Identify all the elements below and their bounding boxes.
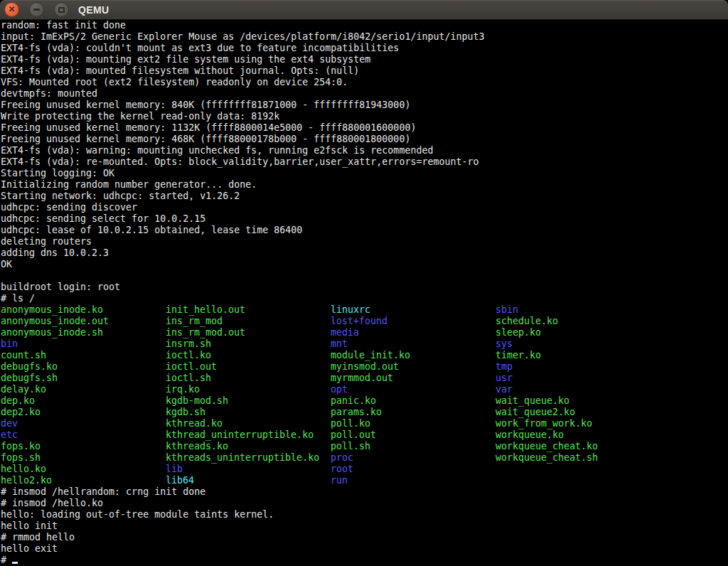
ls-entry: ioctl.out [166,361,331,373]
ls-entry: ioctl.sh [166,373,331,384]
terminal-line: Write protecting the kernel read-only da… [1,111,728,122]
ls-entry: timer.ko [496,350,598,361]
ls-entry: anonymous_inode.out [1,316,166,327]
terminal-line: Freeing unused kernel memory: 1132K (fff… [1,122,728,134]
ls-entry: kgdb.sh [166,407,331,418]
maximize-button[interactable] [54,2,69,17]
ls-entry: kthreads.ko [166,441,331,452]
ls-entry: init_hello.out [166,304,331,316]
ls-entry: bin [1,338,166,350]
ls-entry: poll.sh [331,441,496,452]
ls-entry: panic.ko [331,395,496,407]
ls-entry: linuxrc [331,304,496,316]
ls-entry: ins_rm_mod [166,316,331,327]
ls-column: init_hello.outins_rm_modins_rm_mod.outin… [166,304,331,486]
terminal-line: adding dns 10.0.2.3 [1,247,728,259]
terminal-line: Starting logging: OK [1,168,728,179]
terminal-line: Freeing unused kernel memory: 840K (ffff… [1,100,728,111]
terminal-line: # rmmod hello [1,532,728,543]
window-title: QEMU [78,5,109,15]
ls-entry: module_init.ko [331,350,496,361]
ls-entry: kgdb-mod.sh [166,395,331,407]
ls-entry: media [331,327,496,338]
ls-entry: ioctl.ko [166,350,331,361]
close-button[interactable]: ✕ [4,2,19,17]
ls-entry: debugfs.ko [1,361,166,373]
terminal-line: devtmpfs: mounted [1,88,728,100]
terminal-line: random: fast init done [1,20,728,31]
terminal-line: deleting routers [1,236,728,247]
ls-entry: run [331,475,496,486]
terminal-line: hello: loading out-of-tree module taints… [1,509,728,520]
ls-entry: count.sh [1,350,166,361]
terminal-cursor [12,562,18,564]
ls-entry: dev [1,418,166,429]
ls-entry: lost+found [331,316,496,327]
terminal-line: Freeing unused kernel memory: 468K (ffff… [1,134,728,145]
terminal-line: EXT4-fs (vda): mounted filesystem withou… [1,65,728,77]
ls-entry: irq.ko [166,384,331,395]
ls-entry: dep2.ko [1,407,166,418]
ls-entry: workqueue_cheat.ko [496,441,598,452]
terminal-line [1,270,728,282]
ls-entry: mnt [331,338,496,350]
ls-entry: lib64 [166,475,331,486]
terminal-screen[interactable]: random: fast init doneinput: ImExPS/2 Ge… [0,20,728,566]
terminal-line: udhcpc: lease of 10.0.2.15 obtained, lea… [1,225,728,236]
terminal-line: VFS: Mounted root (ext2 filesystem) read… [1,77,728,88]
ls-entry: anonymous_inode.sh [1,327,166,338]
ls-entry: fops.sh [1,452,166,464]
terminal-line: EXT4-fs (vda): warning: mounting uncheck… [1,145,728,156]
terminal-line: buildroot login: root [1,282,728,293]
ls-entry: tmp [496,361,598,373]
ls-entry: kthread_uninterruptible.ko [166,429,331,441]
ls-entry: sys [496,338,598,350]
terminal-line: # insmod /hellrandom: crng init done [1,486,728,498]
terminal-line: hello init [1,520,728,532]
ls-entry: dep.ko [1,395,166,407]
window-titlebar[interactable]: ✕ QEMU [0,0,728,20]
terminal-line: Initializing random number generator... … [1,179,728,191]
terminal-line: hello exit [1,543,728,555]
ls-column: linuxrclost+foundmediamntmodule_init.kom… [331,304,496,486]
ls-entry: myinsmod.out [331,361,496,373]
terminal-line: udhcpc: sending select for 10.0.2.15 [1,213,728,225]
ls-entry: sbin [496,304,598,316]
ls-entry: ins_rm_mod.out [166,327,331,338]
ls-entry: sleep.ko [496,327,598,338]
ls-entry: wait_queue2.ko [496,407,598,418]
minimize-button[interactable] [29,2,44,17]
ls-entry: usr [496,373,598,384]
ls-output: anonymous_inode.koanonymous_inode.outano… [1,304,728,486]
ls-entry: anonymous_inode.ko [1,304,166,316]
terminal-line: EXT4-fs (vda): re-mounted. Opts: block_v… [1,156,728,168]
terminal-line: EXT4-fs (vda): mounting ext2 file system… [1,54,728,65]
ls-entry: hello.ko [1,464,166,475]
ls-entry: work_from_work.ko [496,418,598,429]
maximize-icon [58,7,65,13]
terminal-line: # ls / [1,293,728,304]
ls-entry: delay.ko [1,384,166,395]
ls-column: anonymous_inode.koanonymous_inode.outano… [1,304,166,486]
ls-entry: var [496,384,598,395]
ls-entry: fops.ko [1,441,166,452]
shell-prompt: # [1,555,728,566]
terminal-line: input: ImExPS/2 Generic Explorer Mouse a… [1,31,728,43]
ls-entry: etc [1,429,166,441]
ls-entry: root [331,464,496,475]
ls-entry: proc [331,452,496,464]
ls-entry: lib [166,464,331,475]
ls-entry: workqueue.ko [496,429,598,441]
terminal-line: Starting network: udhcpc: started, v1.26… [1,191,728,202]
ls-entry: insrm.sh [166,338,331,350]
qemu-window: ✕ QEMU random: fast init doneinput: ImEx… [0,0,728,566]
terminal-line: # insmod /hello.ko [1,498,728,509]
close-icon: ✕ [8,5,15,14]
ls-entry: kthreads_uninterruptible.ko [166,452,331,464]
minimize-icon [33,9,40,11]
terminal-line: OK [1,259,728,270]
terminal-line: udhcpc: sending discover [1,202,728,213]
ls-entry: poll.out [331,429,496,441]
ls-entry: kthread.ko [166,418,331,429]
ls-entry: opt [331,384,496,395]
